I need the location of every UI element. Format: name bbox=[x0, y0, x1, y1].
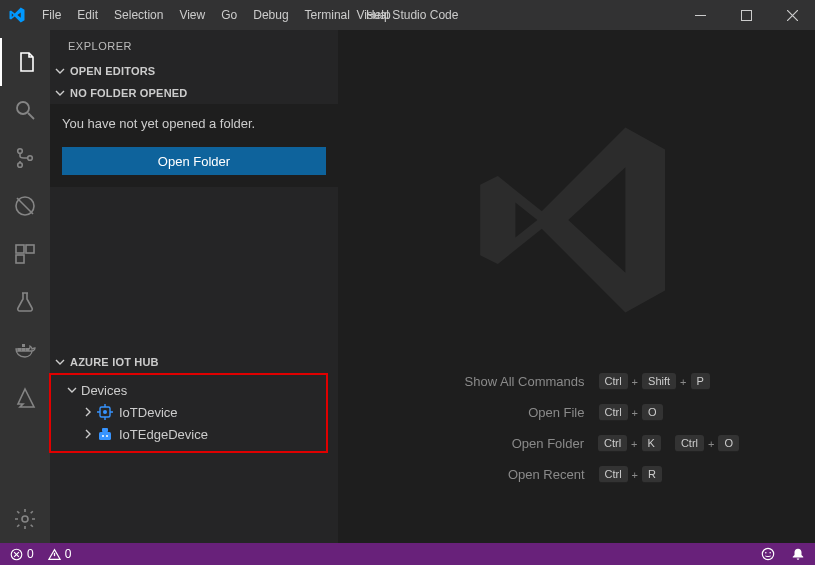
chevron-down-icon bbox=[54, 356, 66, 368]
activity-search[interactable] bbox=[0, 86, 50, 134]
svg-point-22 bbox=[762, 548, 773, 559]
gear-icon bbox=[13, 507, 37, 531]
status-warnings[interactable]: 0 bbox=[48, 547, 72, 561]
svg-point-19 bbox=[102, 435, 104, 437]
shortcut-open-recent: Open Recent Ctrl+ R bbox=[415, 466, 739, 483]
shortcut-open-file: Open File Ctrl+ O bbox=[415, 404, 739, 421]
activity-azure[interactable] bbox=[0, 374, 50, 422]
tree-node-iotedgedevice-label: IoTEdgeDevice bbox=[119, 427, 208, 442]
svg-point-4 bbox=[18, 163, 23, 168]
kbd: O bbox=[642, 404, 663, 421]
section-azure-iot-hub[interactable]: AZURE IOT HUB bbox=[50, 351, 338, 373]
activity-source-control[interactable] bbox=[0, 134, 50, 182]
activity-debug[interactable] bbox=[0, 182, 50, 230]
devices-highlight: Devices IoTDevice bbox=[49, 373, 328, 453]
status-errors[interactable]: 0 bbox=[10, 547, 34, 561]
activity-settings[interactable] bbox=[0, 495, 50, 543]
maximize-button[interactable] bbox=[723, 0, 769, 30]
activity-test[interactable] bbox=[0, 278, 50, 326]
error-icon bbox=[10, 548, 23, 561]
svg-point-3 bbox=[18, 149, 23, 154]
section-azure-iot-hub-label: AZURE IOT HUB bbox=[70, 356, 159, 368]
source-control-icon bbox=[13, 146, 37, 170]
files-icon bbox=[14, 50, 38, 74]
open-folder-button[interactable]: Open Folder bbox=[62, 147, 326, 175]
activity-extensions[interactable] bbox=[0, 230, 50, 278]
extensions-icon bbox=[13, 242, 37, 266]
no-folder-body: You have not yet opened a folder. Open F… bbox=[50, 104, 338, 187]
svg-point-5 bbox=[28, 156, 33, 161]
kbd: P bbox=[691, 373, 710, 390]
menubar: File Edit Selection View Go Debug Termin… bbox=[34, 8, 399, 22]
tree-node-iotdevice-label: IoTDevice bbox=[119, 405, 178, 420]
close-button[interactable] bbox=[769, 0, 815, 30]
svg-rect-8 bbox=[26, 245, 34, 253]
iot-edge-device-icon bbox=[97, 426, 113, 442]
svg-rect-18 bbox=[102, 428, 108, 432]
status-errors-count: 0 bbox=[27, 547, 34, 561]
no-folder-message: You have not yet opened a folder. bbox=[62, 116, 326, 131]
sidebar-explorer: EXPLORER OPEN EDITORS NO FOLDER OPENED Y… bbox=[50, 30, 338, 543]
minimize-button[interactable] bbox=[677, 0, 723, 30]
status-warnings-count: 0 bbox=[65, 547, 72, 561]
vscode-logo-icon bbox=[8, 6, 26, 24]
svg-point-24 bbox=[769, 552, 771, 554]
kbd: Ctrl bbox=[599, 373, 628, 390]
chevron-down-icon bbox=[54, 87, 66, 99]
activity-docker[interactable] bbox=[0, 326, 50, 374]
beaker-icon bbox=[13, 290, 37, 314]
menu-selection[interactable]: Selection bbox=[106, 8, 171, 22]
shortcut-open-folder: Open Folder Ctrl+ K Ctrl+ O bbox=[414, 435, 739, 452]
kbd: O bbox=[718, 435, 739, 452]
status-notifications[interactable] bbox=[791, 547, 805, 561]
titlebar: File Edit Selection View Go Debug Termin… bbox=[0, 0, 815, 30]
svg-rect-7 bbox=[16, 245, 24, 253]
statusbar: 0 0 bbox=[0, 543, 815, 565]
kbd: Ctrl bbox=[599, 404, 628, 421]
svg-point-23 bbox=[765, 552, 767, 554]
window-controls bbox=[677, 0, 815, 30]
menu-edit[interactable]: Edit bbox=[69, 8, 106, 22]
window-title: Visual Studio Code bbox=[357, 8, 459, 22]
vscode-watermark-icon bbox=[467, 110, 687, 330]
menu-debug[interactable]: Debug bbox=[245, 8, 296, 22]
kbd: R bbox=[642, 466, 662, 483]
chevron-right-icon bbox=[83, 429, 97, 439]
svg-point-14 bbox=[22, 516, 28, 522]
svg-point-2 bbox=[17, 102, 29, 114]
tree-node-devices[interactable]: Devices bbox=[51, 379, 326, 401]
svg-point-20 bbox=[106, 435, 108, 437]
search-icon bbox=[13, 98, 37, 122]
azure-icon bbox=[13, 386, 37, 410]
tree-node-iotdevice[interactable]: IoTDevice bbox=[51, 401, 326, 423]
menu-terminal[interactable]: Terminal bbox=[297, 8, 358, 22]
menu-view[interactable]: View bbox=[171, 8, 213, 22]
section-no-folder[interactable]: NO FOLDER OPENED bbox=[50, 82, 338, 104]
status-feedback[interactable] bbox=[761, 547, 775, 561]
sidebar-title: EXPLORER bbox=[50, 30, 338, 60]
shortcut-show-all-commands: Show All Commands Ctrl+ Shift+ P bbox=[415, 373, 739, 390]
editor-welcome: Show All Commands Ctrl+ Shift+ P Open Fi… bbox=[338, 30, 815, 543]
svg-rect-0 bbox=[695, 15, 706, 16]
activity-bar bbox=[0, 30, 50, 543]
section-open-editors[interactable]: OPEN EDITORS bbox=[50, 60, 338, 82]
kbd: Shift bbox=[642, 373, 676, 390]
chevron-down-icon bbox=[54, 65, 66, 77]
section-no-folder-label: NO FOLDER OPENED bbox=[70, 87, 188, 99]
menu-file[interactable]: File bbox=[34, 8, 69, 22]
kbd: K bbox=[642, 435, 661, 452]
docker-icon bbox=[13, 338, 37, 362]
svg-point-16 bbox=[103, 410, 107, 414]
activity-explorer[interactable] bbox=[0, 38, 50, 86]
chevron-right-icon bbox=[83, 407, 97, 417]
menu-go[interactable]: Go bbox=[213, 8, 245, 22]
svg-rect-1 bbox=[741, 10, 751, 20]
svg-rect-9 bbox=[16, 255, 24, 263]
welcome-shortcuts: Show All Commands Ctrl+ Shift+ P Open Fi… bbox=[338, 373, 815, 483]
warning-icon bbox=[48, 548, 61, 561]
tree-node-iotedgedevice[interactable]: IoTEdgeDevice bbox=[51, 423, 326, 445]
smiley-icon bbox=[761, 547, 775, 561]
kbd: Ctrl bbox=[598, 435, 627, 452]
svg-rect-17 bbox=[99, 432, 111, 440]
kbd: Ctrl bbox=[599, 466, 628, 483]
